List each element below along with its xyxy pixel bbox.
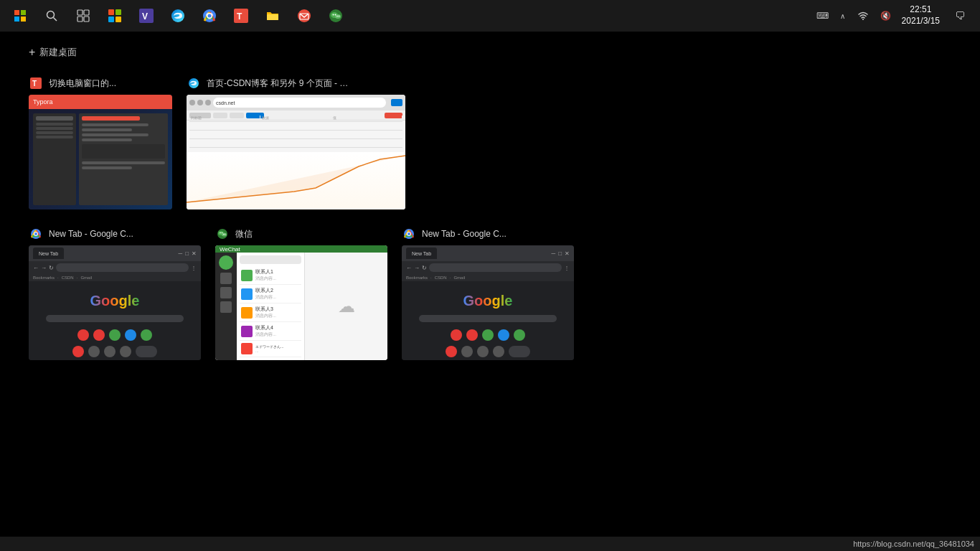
window-card-chrome1[interactable]: New Tab - Google C... New Tab ─□✕ ← → ↻ <box>29 227 201 360</box>
windows-row-2: New Tab - Google C... New Tab ─□✕ ← → ↻ <box>29 227 951 360</box>
taskbar-right: ⌨ ∧ 🔇 22:51 2021/3/15 🗨 <box>813 1 974 30</box>
chevron-btn[interactable]: ∧ <box>836 6 850 26</box>
svg-point-38 <box>222 233 227 237</box>
wechat-cloud-icon: ☁ <box>338 296 355 316</box>
task-view-button[interactable] <box>69 1 98 30</box>
edge-table: 列标题 数据 值 <box>189 113 402 149</box>
wechat-content: 联系人1 消息内容... 联系人2 消息内容... <box>215 253 387 360</box>
edge-icon <box>171 9 185 23</box>
chrome2-content: Google <box>402 281 574 360</box>
chrome1-toolbar: ← → ↻ ⋮ <box>29 261 201 274</box>
visio-button[interactable]: V <box>132 1 161 30</box>
microsoft-news-button[interactable] <box>100 1 129 30</box>
chrome2-tab: New Tab <box>406 248 437 259</box>
notifications-button[interactable]: 🗨 <box>946 1 974 30</box>
svg-text:V: V <box>142 11 148 22</box>
new-desktop-button[interactable]: + 新建桌面 <box>29 46 951 59</box>
task-view-icon <box>77 9 90 22</box>
taskbar-left: V <box>6 1 350 30</box>
clock-date: 2021/3/15 <box>902 16 940 27</box>
chrome-button[interactable] <box>195 1 224 30</box>
edge-title-icon <box>187 76 201 90</box>
window-card-wechat[interactable]: 微信 WeChat <box>215 227 387 360</box>
windows-logo-icon <box>14 10 26 22</box>
typora-content <box>29 109 172 209</box>
svg-point-26 <box>862 19 864 20</box>
chrome2-toolbar: ← → ↻ ⋮ <box>402 261 574 274</box>
svg-point-22 <box>333 14 334 16</box>
svg-point-0 <box>47 11 55 19</box>
typora-editor <box>79 113 168 205</box>
svg-point-41 <box>223 234 224 235</box>
window-title-text-chrome2: New Tab - Google C... <box>422 229 507 239</box>
clock-time: 22:51 <box>902 4 940 16</box>
status-bar: https://blog.csdn.net/qq_36481034 <box>0 537 980 551</box>
new-desktop-label: 新建桌面 <box>39 46 77 59</box>
typora-title-icon: T <box>29 76 43 90</box>
edge-preview: csdn.net <box>187 95 405 209</box>
wechat-main-area: ☁ <box>305 253 387 360</box>
search-icon <box>45 9 58 22</box>
wifi-icon <box>857 10 869 22</box>
edge-button[interactable] <box>164 1 192 30</box>
typora-preview: Typora <box>29 95 172 209</box>
svg-point-24 <box>336 16 338 17</box>
wechat-taskbar-button[interactable] <box>321 1 350 30</box>
chrome2-preview: New Tab ─□✕ ← → ↻ ⋮ Bookmarks <box>402 245 574 360</box>
chrome2-shortcuts-row2 <box>446 346 530 357</box>
window-card-chrome2[interactable]: New Tab - Google C... New Tab ─□✕ ← → ↻ <box>402 227 574 360</box>
window-card-edge[interactable]: 首页-CSDN博客 和另外 9 个页面 - 个人 - Mic... csdn.n… <box>187 76 405 209</box>
svg-point-40 <box>222 232 223 234</box>
edge-content: 列标题 数据 值 <box>187 110 405 209</box>
wechat-contacts: 联系人1 消息内容... 联系人2 消息内容... <box>237 253 305 360</box>
chrome1-tab: New Tab <box>33 248 64 259</box>
wechat-title-icon <box>215 227 230 241</box>
search-button[interactable] <box>37 1 66 30</box>
google-logo-1: Google <box>90 293 140 309</box>
chrome2-title-icon <box>402 227 416 241</box>
google-logo-2: Google <box>463 293 513 309</box>
system-clock[interactable]: 22:51 2021/3/15 <box>902 4 940 27</box>
window-title-wechat: 微信 <box>215 227 387 241</box>
wifi-icon-btn[interactable] <box>853 6 873 26</box>
svg-rect-16 <box>267 14 278 20</box>
chrome1-shortcuts-row1 <box>77 329 152 341</box>
window-title-text-typora: 切换电脑窗口的... <box>49 77 116 90</box>
status-url: https://blog.csdn.net/qq_36481034 <box>853 540 974 548</box>
typora-icon: T <box>234 9 248 23</box>
windows-row-1: T 切换电脑窗口的... Typora <box>29 76 951 209</box>
svg-rect-4 <box>77 17 83 22</box>
chrome1-bar: New Tab ─□✕ <box>29 245 201 261</box>
windows-start-button[interactable] <box>6 1 34 30</box>
window-card-typora[interactable]: T 切换电脑窗口的... Typora <box>29 76 172 209</box>
chrome1-content: Google <box>29 281 201 360</box>
google-search-1 <box>46 315 184 322</box>
keyboard-icon-btn[interactable]: ⌨ <box>813 6 833 26</box>
volume-icon-btn[interactable]: 🔇 <box>876 6 896 26</box>
file-explorer-button[interactable] <box>258 1 287 30</box>
wechat-preview: WeChat <box>215 245 387 360</box>
window-title-typora: T 切换电脑窗口的... <box>29 76 172 90</box>
edge-browser-bar: csdn.net <box>187 95 405 110</box>
svg-point-23 <box>335 14 336 16</box>
window-title-text-wechat: 微信 <box>235 228 253 240</box>
window-title-text-edge: 首页-CSDN博客 和另外 9 个页面 - 个人 - Mic... <box>207 77 350 90</box>
typora-bar: Typora <box>29 95 172 109</box>
window-title-chrome1: New Tab - Google C... <box>29 227 201 241</box>
svg-point-35 <box>34 232 37 235</box>
system-tray: ⌨ ∧ 🔇 <box>813 6 896 26</box>
chrome2-bar: New Tab ─□✕ <box>402 245 574 261</box>
typora-sidebar <box>33 113 76 205</box>
typora-button[interactable]: T <box>227 1 255 30</box>
chrome-icon <box>202 9 217 23</box>
edge-url-bar: csdn.net <box>213 98 386 108</box>
svg-rect-5 <box>84 17 89 22</box>
app5-icon <box>297 9 311 23</box>
svg-point-42 <box>225 234 225 235</box>
virtual-desktops-view: + 新建桌面 T 切换电脑窗口的... Typora <box>0 32 980 537</box>
chrome1-preview: New Tab ─□✕ ← → ↻ ⋮ Bookmarks <box>29 245 201 360</box>
app5-button[interactable] <box>290 1 319 30</box>
chrome1-shortcuts-row2 <box>72 346 157 357</box>
svg-point-29 <box>189 78 199 88</box>
svg-text:T: T <box>237 11 242 22</box>
